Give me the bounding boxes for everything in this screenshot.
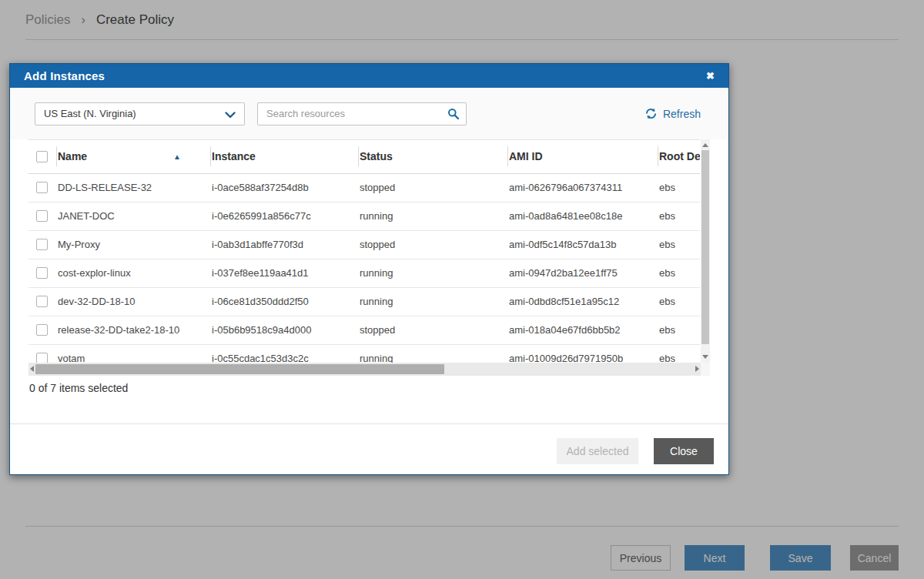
add-selected-button[interactable]: Add selected (557, 438, 638, 464)
cell-name: cost-explor-linux (56, 259, 210, 287)
modal-toolbar: US East (N. Virginia) Refresh (10, 88, 728, 139)
cell-instance: i-05b6b9518c9a4d000 (210, 316, 358, 344)
table-row[interactable]: votam i-0c55cdac1c53d3c2c running ami-01… (28, 344, 700, 363)
cell-name: votam (56, 344, 210, 363)
row-checkbox[interactable] (36, 267, 48, 279)
row-checkbox[interactable] (36, 239, 48, 250)
cell-status: running (358, 202, 507, 230)
cell-ami-id: ami-0dbd8cf51e1a95c12 (507, 287, 658, 316)
table-row[interactable]: release-32-DD-take2-18-10 i-05b6b9518c9a… (28, 316, 700, 344)
close-button[interactable]: Close (654, 438, 714, 464)
cell-ami-id: ami-018a04e67fd6bb5b2 (507, 316, 658, 344)
column-header-name[interactable]: Name ▲ (56, 140, 210, 173)
close-icon: ✖ (706, 70, 715, 82)
column-header-status[interactable]: Status (358, 140, 507, 173)
table-row[interactable]: DD-LS-RELEASE-32 i-0ace588af37254d8b sto… (28, 173, 700, 202)
column-header-root-device[interactable]: Root Device (658, 140, 700, 173)
cell-name: release-32-DD-take2-18-10 (56, 316, 210, 344)
cell-status: stopped (358, 316, 507, 344)
table-row[interactable]: dev-32-DD-18-10 i-06ce81d350ddd2f50 runn… (28, 287, 700, 316)
row-checkbox[interactable] (36, 210, 48, 222)
horizontal-scrollbar[interactable] (28, 363, 701, 376)
cell-instance: i-0c55cdac1c53d3c2c (210, 344, 358, 363)
scroll-down-arrow-icon[interactable] (702, 355, 708, 359)
modal-close-button[interactable]: ✖ (706, 71, 715, 81)
refresh-button[interactable]: Refresh (645, 108, 701, 120)
cell-instance: i-06ce81d350ddd2f50 (210, 287, 358, 316)
footer-divider (10, 423, 728, 424)
search-field (257, 102, 467, 126)
cell-root-device: ebs (658, 287, 700, 316)
cell-name: DD-LS-RELEASE-32 (56, 173, 210, 202)
cell-status: running (358, 259, 507, 287)
instance-table: Name ▲ Instance Status AMI ID Root Devic… (28, 139, 700, 363)
cell-status: running (358, 287, 507, 316)
modal-header: Add Instances ✖ (10, 64, 728, 88)
modal-title: Add Instances (24, 69, 105, 82)
table-row[interactable]: JANET-DOC i-0e6265991a856c77c running am… (28, 202, 700, 230)
scrollbar-corner (701, 363, 710, 376)
cell-name: dev-32-DD-18-10 (56, 287, 210, 316)
column-header-ami-id[interactable]: AMI ID (507, 140, 658, 173)
modal-footer: Add selected Close (10, 438, 728, 464)
search-input[interactable] (257, 102, 467, 126)
cell-ami-id: ami-0947d2ba12ee1ff75 (507, 259, 658, 287)
cell-status: running (358, 344, 507, 363)
instance-table-body: DD-LS-RELEASE-32 i-0ace588af37254d8b sto… (28, 173, 700, 363)
table-row[interactable]: cost-explor-linux i-037ef8ee119aa41d1 ru… (28, 259, 700, 287)
row-checkbox[interactable] (36, 353, 48, 363)
cell-root-device: ebs (658, 316, 700, 344)
cell-ami-id: ami-0ad8a6481ee08c18e (507, 202, 658, 230)
cell-instance: i-037ef8ee119aa41d1 (210, 259, 358, 287)
cell-root-device: ebs (658, 230, 700, 259)
region-select-value: US East (N. Virginia) (44, 108, 136, 119)
horizontal-scroll-thumb[interactable] (35, 364, 444, 374)
cell-name: My-Proxy (56, 230, 210, 259)
scroll-left-arrow-icon[interactable] (30, 366, 34, 372)
refresh-label: Refresh (663, 108, 701, 120)
search-icon (447, 108, 460, 120)
cell-root-device: ebs (658, 173, 700, 202)
region-select[interactable]: US East (N. Virginia) (35, 102, 245, 126)
sort-asc-icon: ▲ (173, 152, 181, 161)
cell-status: stopped (358, 230, 507, 259)
vertical-scroll-thumb[interactable] (701, 150, 709, 344)
selection-summary: 0 of 7 items selected (29, 382, 128, 394)
row-checkbox[interactable] (36, 182, 48, 193)
row-checkbox[interactable] (36, 324, 48, 336)
column-header-instance[interactable]: Instance (210, 140, 358, 173)
row-checkbox[interactable] (36, 296, 48, 307)
cell-root-device: ebs (658, 344, 700, 363)
cell-instance: i-0e6265991a856c77c (210, 202, 358, 230)
cell-instance: i-0ab3d1abffe770f3d (210, 230, 358, 259)
select-all-checkbox[interactable] (36, 151, 48, 162)
cell-ami-id: ami-0626796a067374311 (507, 173, 658, 202)
scroll-right-arrow-icon[interactable] (695, 366, 699, 372)
cell-root-device: ebs (658, 259, 700, 287)
scroll-up-arrow-icon[interactable] (702, 143, 708, 147)
cell-root-device: ebs (658, 202, 700, 230)
cell-ami-id: ami-0df5c14f8c57da13b (507, 230, 658, 259)
refresh-icon (645, 108, 657, 119)
chevron-down-icon (225, 112, 236, 119)
cell-instance: i-0ace588af37254d8b (210, 173, 358, 202)
vertical-scrollbar[interactable] (701, 139, 710, 363)
cell-ami-id: ami-01009d26d7971950b (507, 344, 658, 363)
table-row[interactable]: My-Proxy i-0ab3d1abffe770f3d stopped ami… (28, 230, 700, 259)
add-instances-modal: Add Instances ✖ US East (N. Virginia) (9, 63, 729, 475)
cell-name: JANET-DOC (56, 202, 210, 230)
cell-status: stopped (358, 173, 507, 202)
